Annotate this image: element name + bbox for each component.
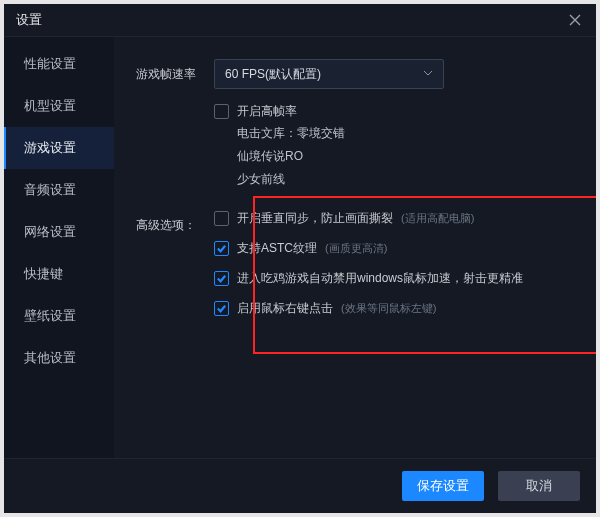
sidebar-item-model[interactable]: 机型设置 bbox=[4, 85, 114, 127]
list-item: 少女前线 bbox=[237, 171, 345, 188]
adv-item-hint: (画质更高清) bbox=[325, 241, 387, 256]
checkbox-icon bbox=[214, 211, 229, 226]
content: 游戏帧速率 60 FPS(默认配置) 开启高帧率 电击文库：零境交错 bbox=[114, 37, 596, 458]
body: 性能设置 机型设置 游戏设置 音频设置 网络设置 快捷键 壁纸设置 其他设置 游… bbox=[4, 36, 596, 458]
sidebar-item-wallpaper[interactable]: 壁纸设置 bbox=[4, 295, 114, 337]
adv-item-hint: (效果等同鼠标左键) bbox=[341, 301, 436, 316]
sidebar-item-other[interactable]: 其他设置 bbox=[4, 337, 114, 379]
highfps-checkbox-row[interactable]: 开启高帧率 bbox=[214, 103, 345, 120]
cancel-button[interactable]: 取消 bbox=[498, 471, 580, 501]
sidebar-item-game[interactable]: 游戏设置 bbox=[4, 127, 114, 169]
sidebar-item-performance[interactable]: 性能设置 bbox=[4, 43, 114, 85]
checkbox-checked-icon bbox=[214, 241, 229, 256]
fps-select[interactable]: 60 FPS(默认配置) bbox=[214, 59, 444, 89]
list-item: 仙境传说RO bbox=[237, 148, 345, 165]
fps-select-value: 60 FPS(默认配置) bbox=[225, 66, 321, 83]
list-item: 电击文库：零境交错 bbox=[237, 125, 345, 142]
adv-right-click[interactable]: 启用鼠标右键点击 (效果等同鼠标左键) bbox=[214, 300, 523, 317]
fps-row: 游戏帧速率 60 FPS(默认配置) bbox=[136, 59, 574, 89]
adv-item-label: 启用鼠标右键点击 bbox=[237, 300, 333, 317]
sidebar-item-audio[interactable]: 音频设置 bbox=[4, 169, 114, 211]
checkbox-checked-icon bbox=[214, 271, 229, 286]
sidebar-item-hotkeys[interactable]: 快捷键 bbox=[4, 253, 114, 295]
highfps-row: 开启高帧率 电击文库：零境交错 仙境传说RO 少女前线 bbox=[136, 103, 574, 188]
close-button[interactable] bbox=[566, 11, 584, 29]
sidebar: 性能设置 机型设置 游戏设置 音频设置 网络设置 快捷键 壁纸设置 其他设置 bbox=[4, 37, 114, 458]
adv-item-hint: (适用高配电脑) bbox=[401, 211, 474, 226]
advanced-label: 高级选项： bbox=[136, 210, 214, 234]
adv-astc[interactable]: 支持ASTC纹理 (画质更高清) bbox=[214, 240, 523, 257]
adv-item-label: 支持ASTC纹理 bbox=[237, 240, 317, 257]
footer: 保存设置 取消 bbox=[4, 459, 596, 513]
highfps-game-list: 电击文库：零境交错 仙境传说RO 少女前线 bbox=[214, 125, 345, 188]
checkbox-checked-icon bbox=[214, 301, 229, 316]
chevron-down-icon bbox=[423, 67, 433, 81]
highfps-label: 开启高帧率 bbox=[237, 103, 297, 120]
advanced-row: 高级选项： 开启垂直同步，防止画面撕裂 (适用高配电脑) 支持ASTC纹理 (画… bbox=[136, 210, 574, 317]
settings-window: 设置 性能设置 机型设置 游戏设置 音频设置 网络设置 快捷键 壁纸设置 其他设… bbox=[4, 4, 596, 513]
adv-mouse-accel[interactable]: 进入吃鸡游戏自动禁用windows鼠标加速，射击更精准 bbox=[214, 270, 523, 287]
adv-item-label: 进入吃鸡游戏自动禁用windows鼠标加速，射击更精准 bbox=[237, 270, 523, 287]
checkbox-icon bbox=[214, 104, 229, 119]
adv-vsync[interactable]: 开启垂直同步，防止画面撕裂 (适用高配电脑) bbox=[214, 210, 523, 227]
close-icon bbox=[569, 14, 581, 26]
save-button[interactable]: 保存设置 bbox=[402, 471, 484, 501]
adv-item-label: 开启垂直同步，防止画面撕裂 bbox=[237, 210, 393, 227]
window-title: 设置 bbox=[16, 11, 42, 29]
sidebar-item-network[interactable]: 网络设置 bbox=[4, 211, 114, 253]
fps-label: 游戏帧速率 bbox=[136, 59, 214, 83]
titlebar: 设置 bbox=[4, 4, 596, 36]
